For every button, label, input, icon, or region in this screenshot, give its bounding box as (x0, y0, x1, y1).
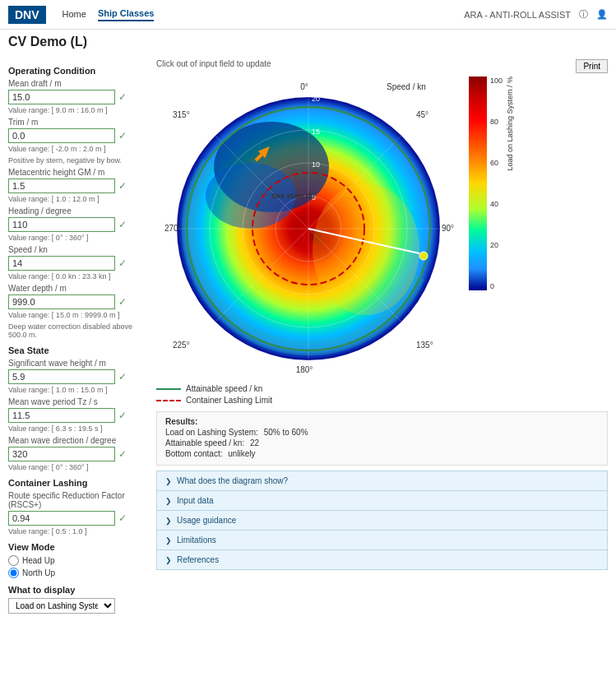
print-button[interactable]: Print (576, 59, 608, 73)
note-trim: Positive by stern, negative by bow. (8, 156, 148, 165)
range-mean-draft: Value range: [ 9.0 m : 16.0 m ] (8, 106, 148, 114)
check-wave-period: ✓ (118, 410, 127, 421)
legend-tick-40: 40 (490, 200, 503, 208)
chevron-2: ❯ (165, 517, 172, 525)
legend-line-lashing (156, 400, 181, 401)
accordion-item-4: ❯ References (157, 550, 607, 569)
legend-tick-100: 100 (490, 77, 503, 85)
accordion-item-3: ❯ Limitations (157, 531, 607, 550)
angle-90: 90° (442, 224, 454, 233)
accordion-header-3[interactable]: ❯ Limitations (157, 531, 607, 549)
label-gm: Metacentric height GM / m (8, 168, 148, 177)
field-heading: Heading / degree ✓ Value range: [ 0° : 3… (8, 206, 148, 242)
speed-label-20: 20 (312, 95, 320, 103)
accordion-header-4[interactable]: ❯ References (157, 550, 607, 569)
results-speed-label: Attainable speed / kn: (165, 438, 244, 447)
nav-ship-classes[interactable]: Ship Classes (98, 8, 154, 21)
section-sea-state: Sea State (8, 345, 148, 355)
accordion-item-0: ❯ What does the diagram show? (157, 471, 607, 491)
results-contact-value: unlikely (228, 449, 255, 458)
section-view-mode: View Mode (8, 542, 148, 552)
accordion-label-0: What does the diagram show? (177, 476, 288, 485)
app-title: ARA - ANTI-ROLL ASSIST (464, 10, 571, 20)
help-icon[interactable]: ⓘ (579, 8, 588, 21)
angle-315: 315° (173, 110, 190, 119)
legend-tick-20: 20 (490, 241, 503, 249)
radio-head-up[interactable]: Head Up (8, 555, 148, 566)
input-wave-period[interactable] (8, 408, 115, 423)
legend-labels: 100 80 60 40 20 0 (490, 77, 503, 290)
input-mean-draft[interactable] (8, 90, 115, 104)
radio-north-up[interactable]: North Up (8, 568, 148, 578)
input-heading[interactable] (8, 217, 115, 232)
check-water-depth: ✓ (118, 296, 127, 308)
results-lashing: Load on Lashing System: 50% to 60% (165, 428, 599, 437)
results-box: Results: Load on Lashing System: 50% to … (156, 411, 608, 466)
accordion-header-1[interactable]: ❯ Input data (157, 491, 607, 510)
input-gm[interactable] (8, 179, 115, 193)
range-route-factor: Value range: [ 0.5 : 1.0 ] (8, 527, 148, 536)
field-mean-draft: Mean draft / m ✓ Value range: [ 9.0 m : … (8, 79, 148, 114)
header-right: ARA - ANTI-ROLL ASSIST ⓘ 👤 (464, 8, 608, 21)
accordion-label-1: Input data (177, 496, 213, 505)
chevron-1: ❯ (165, 497, 172, 505)
angle-225: 225° (173, 341, 190, 350)
check-trim: ✓ (118, 130, 127, 141)
section-container-lashing: Container Lashing (8, 478, 148, 488)
legend-label-lashing: Container Lashing Limit (186, 396, 272, 405)
range-trim: Value range: [ -2.0 m : 2.0 m ] (8, 145, 148, 153)
sidebar: Operating Condition Mean draft / m ✓ Val… (8, 59, 148, 614)
legend-attainable: Attainable speed / kn (156, 384, 608, 393)
input-route-factor[interactable] (8, 511, 115, 526)
range-wave-period: Value range: [ 6.3 s : 19.5 s ] (8, 424, 148, 433)
page-title: CV Demo (L) (0, 30, 616, 54)
accordion-label-3: Limitations (177, 536, 216, 545)
results-title: Results: (165, 417, 599, 426)
check-heading: ✓ (118, 219, 127, 230)
accordion-header-0[interactable]: ❯ What does the diagram show? (157, 471, 607, 490)
legend-tick-0: 0 (490, 282, 503, 290)
range-speed: Value range: [ 0.0 kn : 23.3 kn ] (8, 272, 148, 281)
chevron-0: ❯ (165, 477, 172, 485)
check-wave-height: ✓ (118, 371, 127, 383)
label-water-depth: Water depth / m (8, 284, 148, 293)
legend-tick-80: 80 (490, 118, 503, 126)
check-route-factor: ✓ (118, 512, 127, 524)
legend-tick-60: 60 (490, 159, 503, 167)
legend-label-attainable: Attainable speed / kn (186, 384, 262, 393)
angle-135: 135° (416, 341, 433, 350)
user-icon[interactable]: 👤 (596, 9, 608, 20)
input-wave-direction[interactable] (8, 447, 115, 461)
header: DNV Home Ship Classes ARA - ANTI-ROLL AS… (0, 0, 616, 30)
select-display[interactable]: Load on Lashing System (8, 598, 115, 614)
label-wave-height: Significant wave height / m (8, 359, 148, 368)
angle-180: 180° (296, 365, 313, 374)
field-water-depth: Water depth / m ✓ Value range: [ 15.0 m … (8, 284, 148, 339)
legend-line-attainable (156, 388, 181, 390)
range-water-depth: Value range: [ 15.0 m : 9999.0 m ] (8, 311, 148, 319)
angle-45: 45° (416, 110, 428, 119)
radio-view-mode: Head Up North Up (8, 555, 148, 578)
sea-state-label: Sea state dir (271, 192, 316, 200)
main-layout: Operating Condition Mean draft / m ✓ Val… (0, 54, 616, 619)
nav-home[interactable]: Home (63, 9, 86, 21)
input-wave-height[interactable] (8, 369, 115, 384)
legend-container: 100 80 60 40 20 0 Load on Lashing System… (469, 77, 514, 290)
section-operating-condition: Operating Condition (8, 66, 148, 76)
accordion-label-2: Usage guidance (177, 516, 236, 525)
results-speed: Attainable speed / kn: 22 (165, 438, 599, 447)
accordion-header-2[interactable]: ❯ Usage guidance (157, 511, 607, 530)
results-speed-value: 22 (250, 438, 259, 447)
check-gm: ✓ (118, 180, 127, 192)
range-gm: Value range: [ 1.0 : 12.0 m ] (8, 195, 148, 203)
section-display: What to display (8, 585, 148, 595)
accordion-item-2: ❯ Usage guidance (157, 511, 607, 531)
input-trim[interactable] (8, 128, 115, 143)
field-wave-period: Mean wave period Tz / s ✓ Value range: [… (8, 397, 148, 433)
range-heading: Value range: [ 0° : 360° ] (8, 234, 148, 242)
input-speed[interactable] (8, 256, 115, 271)
input-water-depth[interactable] (8, 294, 115, 309)
label-trim: Trim / m (8, 118, 148, 127)
color-bar (469, 77, 487, 290)
results-contact: Bottom contact: unlikely (165, 449, 599, 458)
